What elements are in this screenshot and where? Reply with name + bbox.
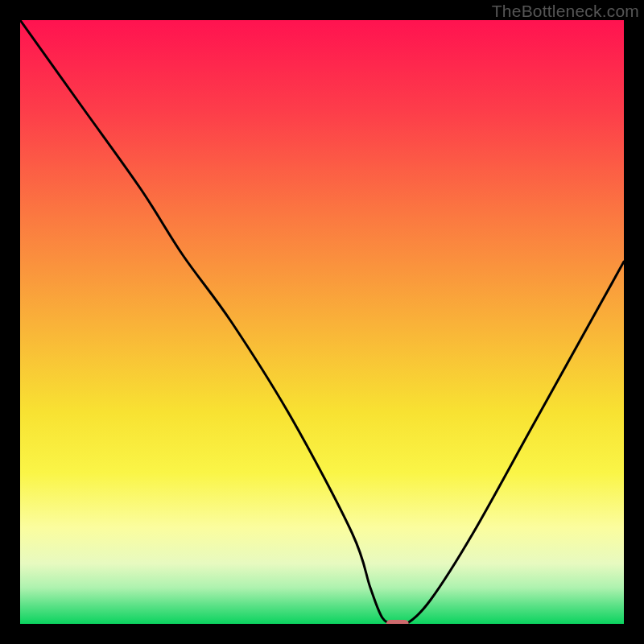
bottleneck-chart bbox=[20, 20, 624, 624]
gradient-background bbox=[20, 20, 624, 624]
optimal-marker bbox=[386, 620, 409, 624]
chart-frame: TheBottleneck.com bbox=[0, 0, 644, 644]
watermark-label: TheBottleneck.com bbox=[492, 2, 639, 21]
